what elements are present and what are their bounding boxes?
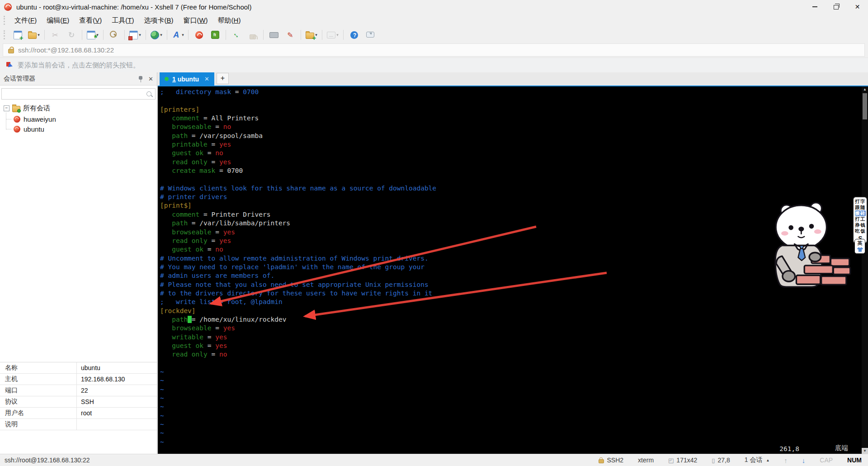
terminal-line: # Please note that you also need to set …	[158, 281, 861, 289]
sessions-folder-icon	[12, 106, 20, 112]
xshell-window: ubuntu - root@xu-virtual-machine: /home/…	[0, 0, 868, 466]
feedback-button[interactable]	[362, 29, 378, 41]
menu-item-T[interactable]: 工具(T)	[107, 14, 139, 27]
dropdown-arrow-icon[interactable]: ▾	[336, 33, 339, 37]
terminal-line: comment = All Printers	[158, 114, 861, 123]
minimize-button[interactable]	[804, 0, 826, 14]
terminal-line: [printers]	[158, 105, 861, 114]
disconnect-button[interactable]	[47, 29, 63, 41]
dropdown-arrow-icon[interactable]: ▾	[160, 33, 162, 37]
sticker-side-badge: 英	[854, 239, 865, 254]
property-value: ubuntu	[77, 362, 157, 373]
menu-item-F[interactable]: 文件(F)	[9, 14, 42, 27]
terminal-line: ~	[158, 376, 861, 385]
window-controls: ✕	[804, 0, 868, 14]
new-session-button[interactable]	[9, 29, 26, 41]
menu-item-H[interactable]: 帮助(H)	[213, 14, 246, 27]
terminal-line: [rockdev]	[158, 307, 861, 315]
tab-close-icon[interactable]: ✕	[204, 76, 209, 82]
new-session-folder-button[interactable]: ▾	[303, 29, 320, 41]
resize-icon	[668, 457, 674, 464]
scrollbar-thumb[interactable]	[863, 93, 867, 119]
url-scheme-button[interactable]: ▾	[148, 29, 165, 41]
property-label: 名称	[0, 362, 77, 373]
status-scroll-down[interactable]	[802, 456, 806, 464]
lock-screen-button[interactable]	[245, 29, 261, 41]
xftp-button[interactable]	[207, 29, 223, 41]
win-gear-icon	[87, 31, 95, 39]
session-search-input[interactable]	[1, 88, 156, 100]
session-properties-button[interactable]: ▾	[85, 29, 101, 41]
sticker-banner-char: 工	[860, 216, 866, 222]
status-encryption: SSH2	[599, 456, 623, 464]
panel-close-icon[interactable]: ✕	[148, 76, 153, 82]
compose-pane-button[interactable]: ▾	[127, 29, 143, 41]
pin-icon[interactable]	[137, 76, 144, 82]
menu-item-E[interactable]: 编辑(E)	[42, 14, 74, 27]
property-label: 协议	[0, 396, 77, 407]
sticker-banner-char: 打	[855, 199, 860, 204]
font-icon	[171, 30, 181, 40]
address-field[interactable]: ssh://root:*@192.168.68.130:22	[3, 43, 865, 57]
sticker-banner-row: 吃饭	[855, 228, 866, 234]
property-row: 端口22	[0, 385, 157, 396]
terminal-line: path = /var/spool/samba	[158, 132, 861, 140]
toolbar-separator	[124, 30, 125, 40]
dropdown-up-icon[interactable]: ▲	[766, 458, 769, 462]
fullscreen-button[interactable]	[228, 29, 245, 41]
dropdown-arrow-icon[interactable]: ▾	[38, 33, 40, 37]
menu-item-B[interactable]: 选项卡(B)	[139, 14, 178, 27]
scroll-down-icon	[802, 456, 806, 464]
xshell-button[interactable]	[191, 29, 207, 41]
toolbar-separator	[226, 30, 226, 40]
window-title: ubuntu - root@xu-virtual-machine: /home/…	[16, 3, 251, 11]
tab-ubuntu[interactable]: 1 ubuntu ✕	[160, 72, 214, 86]
terminal-line: browseable = yes	[158, 228, 861, 237]
tree-item-ubuntu[interactable]: ubuntu	[0, 124, 157, 134]
tab-layout-button[interactable]: ▾	[325, 29, 341, 41]
terminal-line: # printer drivers	[158, 193, 861, 201]
tree-children: huaweiyunubuntu	[0, 114, 157, 134]
scrollbar-up-icon[interactable]: ▲	[862, 86, 868, 93]
sticker-banner-row: 打字	[855, 199, 866, 204]
terminal-line: browseable = yes	[158, 324, 861, 333]
address-url: ssh://root:*@192.168.68.130:22	[18, 46, 114, 54]
main-area: 1 ubuntu ✕ + ; directory mask = 0700[pri…	[158, 72, 868, 454]
sticker-banner-char: 跟	[855, 204, 860, 210]
status-label: NUM	[847, 456, 862, 464]
highlight-pen-button[interactable]	[282, 29, 298, 41]
tree-root-all-sessions[interactable]: − 所有会话	[0, 103, 157, 114]
dropdown-arrow-icon[interactable]: ▾	[182, 33, 184, 37]
terminal-line: comment = Printer Drivers	[158, 210, 861, 219]
scrollbar-down-icon[interactable]: ▼	[862, 448, 868, 454]
status-session-count[interactable]: 1 会话▲	[745, 456, 770, 464]
dropdown-arrow-icon[interactable]: ▾	[139, 33, 141, 37]
sticker-banner: S 打字跟随搬砖打工挣钱吃饭	[853, 196, 868, 244]
terminal-line: # Uncomment to allow remote administrati…	[158, 254, 861, 263]
open-sessions-button[interactable]: ▾	[26, 29, 42, 41]
tabs-icon	[327, 32, 335, 38]
sticker-banner-char: 钱	[860, 222, 866, 228]
cursor-position-icon	[712, 457, 715, 464]
font-button[interactable]: ▾	[170, 29, 186, 41]
tree-item-huaweiyun[interactable]: huaweiyun	[0, 114, 157, 124]
terminal-line: # to the drivers directory for these use…	[158, 289, 861, 298]
title-bar: ubuntu - root@xu-virtual-machine: /home/…	[0, 0, 868, 14]
status-label: SSH2	[607, 456, 623, 464]
terminal-line	[158, 175, 861, 184]
virtual-keyboard-button[interactable]	[266, 29, 282, 41]
terminal[interactable]: ; directory mask = 0700[printers] commen…	[158, 86, 868, 454]
menu-item-V[interactable]: 查看(V)	[74, 14, 107, 27]
reconnect-button[interactable]	[63, 29, 80, 41]
new-tab-button[interactable]: +	[217, 73, 229, 84]
restore-button[interactable]	[826, 0, 847, 14]
folder-icon	[28, 33, 37, 39]
terminal-scrollbar[interactable]: ▲ ▼	[862, 86, 868, 454]
session-label: huaweiyun	[24, 115, 56, 123]
menu-item-W[interactable]: 窗口(W)	[178, 14, 212, 27]
close-button[interactable]: ✕	[847, 0, 868, 14]
help-button[interactable]	[346, 29, 362, 41]
find-button[interactable]	[106, 29, 122, 41]
status-scroll-up[interactable]	[784, 456, 788, 464]
tree-expander-icon[interactable]: −	[4, 105, 9, 111]
